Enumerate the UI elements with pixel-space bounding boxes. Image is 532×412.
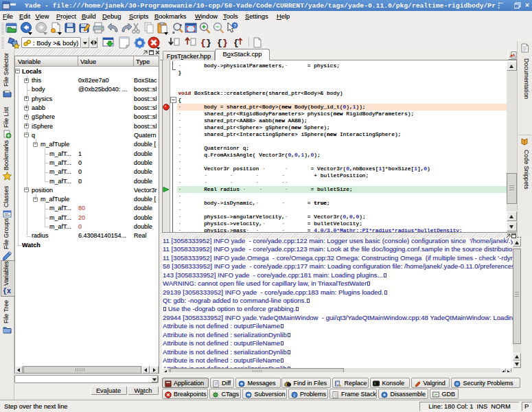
svg-text:{: { — [233, 38, 239, 48]
svg-text:{: { — [217, 38, 222, 48]
svg-text:?: ? — [233, 23, 236, 28]
svg-text:a: a — [180, 23, 182, 27]
svg-text:{x: {x — [3, 288, 11, 295]
svg-text:}: } — [206, 38, 211, 48]
svg-text:i: i — [293, 392, 294, 398]
svg-text:a: a — [172, 30, 175, 34]
svg-text:A: A — [512, 53, 516, 58]
svg-text:}: } — [222, 38, 228, 48]
svg-text:{: { — [200, 38, 206, 48]
